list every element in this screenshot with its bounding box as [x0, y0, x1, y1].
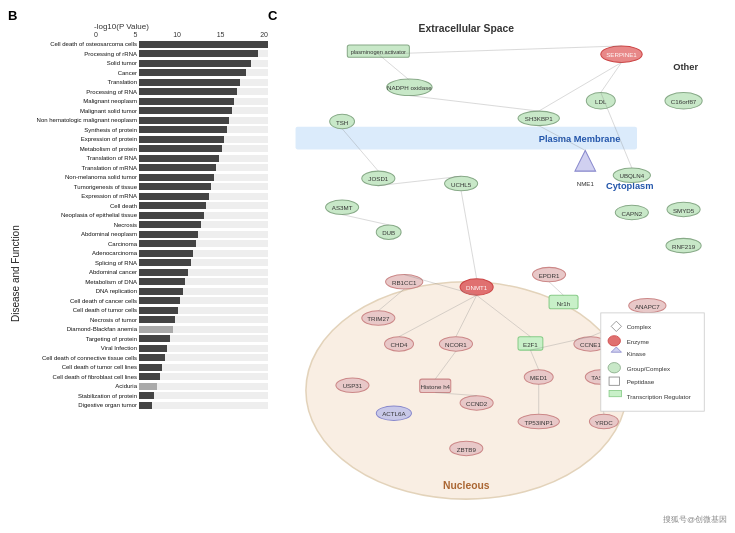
bar-row: Processing of rRNA: [24, 50, 268, 59]
svg-text:ZBTB9: ZBTB9: [457, 446, 477, 453]
bar-track: [139, 383, 268, 390]
bar-row: Non-melanoma solid tumor: [24, 173, 268, 182]
bar-row: Abdominal neoplasm: [24, 230, 268, 239]
bar-fill: [139, 316, 175, 323]
svg-text:AS3MT: AS3MT: [332, 204, 353, 211]
x-tick-10: 10: [173, 31, 181, 38]
bar-fill: [139, 221, 201, 228]
svg-text:CAPN2: CAPN2: [622, 210, 643, 217]
svg-text:CCND2: CCND2: [466, 400, 488, 407]
bar-row: Malignant solid tumor: [24, 107, 268, 116]
svg-text:C16orf87: C16orf87: [671, 98, 697, 105]
svg-text:Nr1h: Nr1h: [557, 300, 571, 307]
svg-text:Complex: Complex: [627, 323, 652, 330]
bar-fill: [139, 41, 268, 48]
bar-fill: [139, 354, 165, 361]
bar-label: Necrosis: [24, 222, 139, 228]
bar-fill: [139, 183, 211, 190]
bar-track: [139, 345, 268, 352]
svg-point-104: [608, 336, 620, 346]
svg-text:Kinase: Kinase: [627, 350, 646, 357]
bar-fill: [139, 392, 154, 399]
x-axis-ticks: 0 5 10 15 20: [94, 31, 268, 38]
bar-row: Cell death of cancer cells: [24, 297, 268, 306]
svg-text:NME1: NME1: [577, 180, 595, 187]
bar-row: Synthesis of protein: [24, 126, 268, 135]
bar-row: Cancer: [24, 69, 268, 78]
bar-label: Expression of mRNA: [24, 193, 139, 199]
svg-marker-21: [575, 150, 596, 171]
bar-fill: [139, 383, 157, 390]
bar-track: [139, 373, 268, 380]
bar-track: [139, 269, 268, 276]
bar-label: Tumorigenesis of tissue: [24, 184, 139, 190]
svg-text:TRIM27: TRIM27: [367, 315, 390, 322]
x-tick-5: 5: [134, 31, 138, 38]
bar-track: [139, 88, 268, 95]
bar-track: [139, 107, 268, 114]
bar-label: Solid tumor: [24, 60, 139, 66]
bar-track: [139, 402, 268, 409]
bar-label: Carcinoma: [24, 241, 139, 247]
svg-text:USP31: USP31: [343, 382, 363, 389]
bar-label: Cancer: [24, 70, 139, 76]
bar-track: [139, 212, 268, 219]
bar-label: Malignant neoplasm: [24, 98, 139, 104]
bar-label: Necrosis of tumor: [24, 317, 139, 323]
svg-text:Enzyme: Enzyme: [627, 338, 650, 345]
bar-fill: [139, 326, 173, 333]
bar-row: Malignant neoplasm: [24, 97, 268, 106]
bar-row: Neoplasia of epithelial tissue: [24, 211, 268, 220]
bar-label: Metabolism of DNA: [24, 279, 139, 285]
bar-label: Cell death of connective tissue cells: [24, 355, 139, 361]
svg-text:DUB: DUB: [382, 229, 395, 236]
svg-text:RB1CC1: RB1CC1: [392, 279, 417, 286]
bar-fill: [139, 126, 227, 133]
bar-track: [139, 221, 268, 228]
panel-b-label: B: [8, 8, 17, 23]
bar-label: DNA replication: [24, 288, 139, 294]
svg-line-80: [378, 54, 409, 80]
bar-fill: [139, 69, 246, 76]
bar-row: Cell death of tumor cell lines: [24, 363, 268, 372]
y-axis-label: Disease and Function: [8, 22, 22, 525]
svg-text:TP53INP1: TP53INP1: [524, 419, 553, 426]
svg-rect-112: [609, 390, 621, 396]
x-tick-20: 20: [260, 31, 268, 38]
bar-fill: [139, 307, 178, 314]
bar-fill: [139, 269, 188, 276]
bar-fill: [139, 297, 180, 304]
bar-track: [139, 297, 268, 304]
bar-row: Tumorigenesis of tissue: [24, 183, 268, 192]
x-tick-0: 0: [94, 31, 98, 38]
panel-c-label: C: [268, 8, 277, 23]
svg-text:SH3KBP1: SH3KBP1: [525, 115, 553, 122]
bar-fill: [139, 79, 240, 86]
svg-text:Plasma Membrane: Plasma Membrane: [539, 134, 621, 144]
bar-track: [139, 193, 268, 200]
bar-fill: [139, 117, 229, 124]
svg-text:CCNE1: CCNE1: [580, 341, 602, 348]
bar-label: Synthesis of protein: [24, 127, 139, 133]
bar-track: [139, 259, 268, 266]
bar-track: [139, 288, 268, 295]
svg-text:E2F1: E2F1: [523, 341, 538, 348]
bar-label: Splicing of RNA: [24, 260, 139, 266]
bar-label: Malignant solid tumor: [24, 108, 139, 114]
svg-text:ANAPC7: ANAPC7: [635, 303, 660, 310]
bar-row: Cell death of connective tissue cells: [24, 354, 268, 363]
bar-label: Translation of RNA: [24, 155, 139, 161]
svg-text:SERPINE1: SERPINE1: [606, 51, 637, 58]
svg-text:UBQLN4: UBQLN4: [619, 172, 644, 179]
bar-label: Expression of protein: [24, 136, 139, 142]
bar-track: [139, 145, 268, 152]
bar-fill: [139, 402, 152, 409]
bar-label: Aciduria: [24, 383, 139, 389]
bar-track: [139, 79, 268, 86]
x-axis-header: -log10(P Value) 0 5 10 15 20: [24, 22, 268, 38]
svg-text:JOSD1: JOSD1: [368, 175, 389, 182]
bar-row: Translation of RNA: [24, 154, 268, 163]
bar-label: Neoplasia of epithelial tissue: [24, 212, 139, 218]
bar-label: Abdominal cancer: [24, 269, 139, 275]
svg-text:CHD4: CHD4: [391, 341, 408, 348]
